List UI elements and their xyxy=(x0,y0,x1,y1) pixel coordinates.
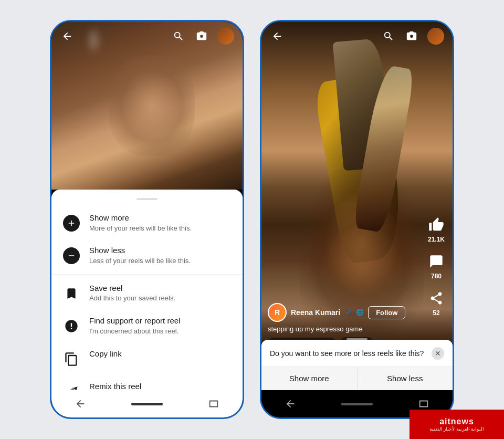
watermark-arabic: البوابة العربية لأخبار التقنية xyxy=(429,426,485,432)
close-x-icon: ✕ xyxy=(435,349,441,358)
back-button-phone2[interactable] xyxy=(270,29,285,44)
user-avatar-phone1[interactable] xyxy=(217,28,234,45)
copy-link-icon xyxy=(62,350,81,369)
back-nav-btn-2[interactable] xyxy=(283,396,298,411)
show-less-subtitle: Less of your reels will be like this. xyxy=(89,257,232,266)
caption-text: stepping up my espresso game xyxy=(268,325,421,333)
user-avatar-phone2[interactable] xyxy=(427,28,444,45)
bookmark-icon xyxy=(62,284,81,303)
remix-icon xyxy=(62,382,81,390)
menu-item-report[interactable]: Find support or report reel I'm concerne… xyxy=(51,309,243,342)
camera-icon-phone2[interactable] xyxy=(404,29,419,44)
menu-item-show-less[interactable]: Show less Less of your reels will be lik… xyxy=(51,239,243,271)
search-icon-phone2[interactable] xyxy=(381,29,396,44)
save-reel-subtitle: Add this to your saved reels. xyxy=(89,294,232,303)
remix-title: Remix this reel xyxy=(89,381,232,390)
coffee-background xyxy=(51,22,243,190)
comment-button[interactable]: 780 xyxy=(426,252,446,280)
verified-badge xyxy=(344,308,352,317)
reels-action-buttons: 21.1K 780 xyxy=(426,215,446,317)
menu-text-copy-link: Copy link xyxy=(89,349,232,359)
home-pill-2[interactable] xyxy=(341,403,373,405)
aitnews-watermark: aitnews البوابة العربية لأخبار التقنية xyxy=(410,410,504,439)
creator-row: R Reena Kumari 🌐 Follow xyxy=(268,303,421,322)
dialog-close-button[interactable]: ✕ xyxy=(432,347,444,360)
search-icon-phone1[interactable] xyxy=(171,29,186,44)
phone-1: Show more More of your reels will be lik… xyxy=(50,20,244,419)
menu-item-show-more[interactable]: Show more More of your reels will be lik… xyxy=(51,206,243,239)
menu-item-remix[interactable]: Remix this reel Create a reel that plays… xyxy=(51,375,243,390)
phone-navbar-1 xyxy=(51,390,243,417)
show-more-title: Show more xyxy=(89,213,232,223)
menu-item-save-reel[interactable]: Save reel Add this to your saved reels. xyxy=(51,277,243,309)
top-navigation-phone2 xyxy=(261,22,453,51)
follow-button[interactable]: Follow xyxy=(368,306,405,319)
reels-background: 21.1K 780 xyxy=(261,22,453,390)
creator-avatar[interactable]: R xyxy=(268,303,287,322)
camera-icon-phone1[interactable] xyxy=(194,29,209,44)
show-more-dialog: Do you want to see more or less reels li… xyxy=(261,340,453,390)
menu-divider-1 xyxy=(51,274,243,275)
watermark-title: aitnews xyxy=(439,417,474,426)
menu-text-report: Find support or report reel I'm concerne… xyxy=(89,316,232,336)
top-nav-right-phone1 xyxy=(171,28,234,45)
square-nav-btn-1[interactable] xyxy=(206,396,221,411)
menu-text-show-less: Show less Less of your reels will be lik… xyxy=(89,245,232,265)
sheet-handle xyxy=(136,198,158,200)
report-subtitle: I'm concerned about this reel. xyxy=(89,327,232,336)
phone-2: 21.1K 780 xyxy=(260,20,454,419)
dialog-question-text: Do you want to see more or less reels li… xyxy=(270,349,424,358)
phone-2-screen: 21.1K 780 xyxy=(261,22,453,417)
back-button-phone1[interactable] xyxy=(60,29,75,44)
save-reel-title: Save reel xyxy=(89,283,232,294)
bottom-sheet-menu: Show more More of your reels will be lik… xyxy=(51,190,243,390)
share-count: 52 xyxy=(433,309,439,317)
show-more-subtitle: More of your reels will be like this. xyxy=(89,224,232,233)
copy-link-title: Copy link xyxy=(89,349,232,359)
comment-count: 780 xyxy=(431,273,442,280)
show-more-less-overlay: Do you want to see more or less reels li… xyxy=(261,335,453,390)
show-less-title: Show less xyxy=(89,245,232,256)
warning-icon xyxy=(62,317,81,336)
menu-text-show-more: Show more More of your reels will be lik… xyxy=(89,213,232,233)
creator-globe-icon: 🌐 xyxy=(356,309,364,316)
show-less-dialog-button[interactable]: Show less xyxy=(358,367,453,390)
back-nav-btn-1[interactable] xyxy=(73,396,88,411)
like-count: 21.1K xyxy=(428,236,445,243)
phones-wrapper: Show more More of your reels will be lik… xyxy=(50,20,454,419)
report-title: Find support or report reel xyxy=(89,316,232,326)
dialog-question: Do you want to see more or less reels li… xyxy=(261,340,453,367)
square-nav-btn-2[interactable] xyxy=(416,396,431,411)
plus-icon xyxy=(62,214,81,233)
home-pill-1[interactable] xyxy=(131,403,163,405)
menu-item-copy-link[interactable]: Copy link xyxy=(51,342,243,375)
share-button[interactable]: 52 xyxy=(426,288,446,317)
like-button[interactable]: 21.1K xyxy=(426,215,446,243)
top-nav-right-phone2 xyxy=(381,28,444,45)
menu-text-remix: Remix this reel Create a reel that plays… xyxy=(89,381,232,390)
phone-1-screen: Show more More of your reels will be lik… xyxy=(51,22,243,417)
show-more-dialog-button[interactable]: Show more xyxy=(261,367,358,390)
menu-text-save-reel: Save reel Add this to your saved reels. xyxy=(89,283,232,303)
dialog-action-buttons: Show more Show less xyxy=(261,367,453,390)
creator-name: Reena Kumari xyxy=(291,308,340,317)
minus-icon xyxy=(62,246,81,265)
top-navigation-phone1 xyxy=(51,22,243,51)
